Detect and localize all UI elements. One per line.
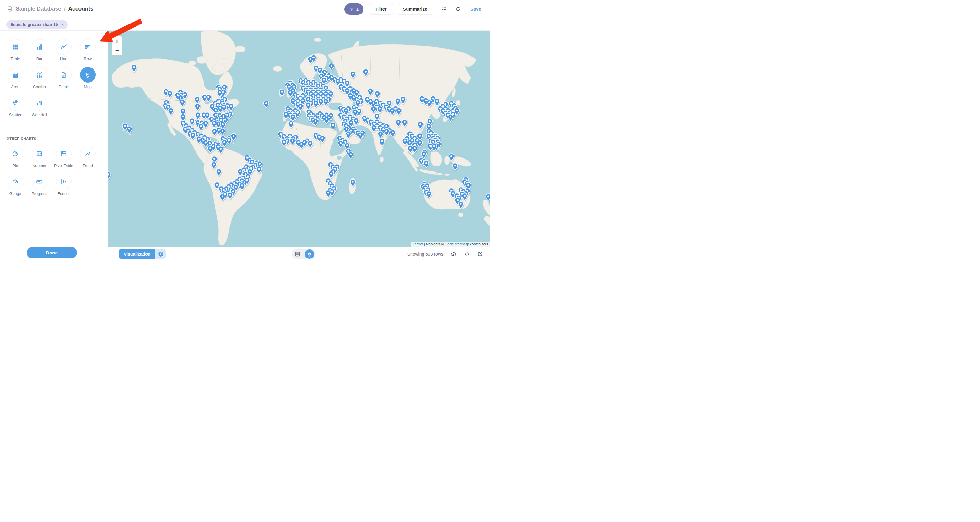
map-pin[interactable]	[363, 69, 369, 76]
save-button[interactable]: Save	[470, 6, 481, 12]
map-pin[interactable]	[229, 103, 234, 110]
map-pin[interactable]	[216, 169, 222, 176]
map-pin[interactable]	[338, 140, 344, 148]
map-pin[interactable]	[417, 140, 423, 147]
visualization-button[interactable]: Visualization	[119, 249, 166, 259]
table-view-toggle[interactable]	[292, 251, 304, 257]
remove-filter-icon[interactable]: ×	[62, 22, 64, 27]
map-pin[interactable]	[377, 106, 383, 113]
chart-type-table[interactable]: Table	[3, 39, 27, 67]
zoom-in-button[interactable]: +	[112, 37, 122, 46]
map-pin[interactable]	[371, 106, 376, 113]
summarize-button[interactable]: Summarize	[397, 3, 433, 15]
map-pin[interactable]	[371, 125, 377, 132]
chart-type-map[interactable]: Map	[76, 67, 100, 95]
map-pin[interactable]	[427, 99, 432, 107]
filter-button[interactable]: Filter	[369, 3, 393, 15]
map-pin[interactable]	[288, 90, 293, 97]
map-pin[interactable]	[346, 131, 351, 138]
map-pin[interactable]	[195, 112, 200, 119]
map-pin[interactable]	[256, 166, 262, 173]
map-pin[interactable]	[167, 91, 173, 98]
map-pin[interactable]	[195, 96, 200, 104]
map-pin[interactable]	[195, 103, 200, 110]
visualization-settings-button[interactable]	[155, 249, 166, 259]
map-pin[interactable]	[212, 128, 217, 136]
map-pin[interactable]	[211, 162, 216, 169]
chart-type-pie[interactable]: Pie	[3, 146, 27, 174]
chart-type-waterfall[interactable]: Waterfall	[27, 95, 51, 123]
map-pin[interactable]	[308, 56, 313, 64]
map-pin[interactable]	[486, 194, 490, 201]
notebook-icon[interactable]	[442, 6, 447, 12]
map-pin[interactable]	[434, 98, 440, 105]
map-pin[interactable]	[368, 88, 373, 96]
map-pin[interactable]	[395, 98, 401, 105]
map-pin[interactable]	[290, 138, 295, 145]
map-pin[interactable]	[396, 108, 401, 115]
map-pin[interactable]	[206, 94, 211, 102]
filter-chip[interactable]: Seats is greater than 10 ×	[6, 21, 68, 29]
external-link-icon[interactable]	[477, 251, 483, 257]
chart-type-area[interactable]: Area	[3, 67, 27, 95]
map-pin[interactable]	[189, 118, 195, 125]
map-pin[interactable]	[412, 145, 417, 153]
chart-type-detail[interactable]: Detail	[51, 67, 76, 95]
bell-icon[interactable]	[464, 251, 470, 257]
visualization-button-label[interactable]: Visualization	[119, 249, 155, 259]
map-pin[interactable]	[323, 98, 329, 105]
map-pin[interactable]	[238, 169, 243, 176]
map-visualization[interactable]: + − Leaflet | Map data © OpenStreetMap c…	[108, 31, 490, 247]
map-pin[interactable]	[354, 118, 359, 125]
map-pin[interactable]	[458, 201, 464, 209]
map-pin[interactable]	[220, 121, 226, 129]
leaflet-link[interactable]: Leaflet	[413, 242, 423, 246]
map-pin[interactable]	[288, 121, 294, 128]
map-pin[interactable]	[348, 152, 353, 159]
map-pin[interactable]	[190, 132, 196, 139]
map-pin[interactable]	[264, 101, 269, 108]
map-pin[interactable]	[350, 179, 356, 187]
map-pin[interactable]	[329, 171, 334, 178]
map-pin[interactable]	[228, 192, 233, 200]
map-pin[interactable]	[279, 89, 285, 96]
map-pin[interactable]	[208, 145, 213, 153]
map-pin[interactable]	[378, 131, 383, 138]
map-pin[interactable]	[220, 128, 225, 136]
map-pin[interactable]	[324, 117, 329, 124]
chart-type-pivot[interactable]: Pivot Table	[51, 146, 76, 174]
breadcrumb-table[interactable]: Accounts	[68, 6, 93, 12]
breadcrumb-database[interactable]: Sample Database	[16, 6, 61, 12]
chart-type-bar[interactable]: Bar	[27, 39, 51, 67]
done-button[interactable]: Done	[27, 247, 77, 259]
map-pin[interactable]	[384, 128, 389, 136]
map-pin[interactable]	[462, 193, 468, 200]
map-pin[interactable]	[358, 132, 363, 139]
map-pin[interactable]	[313, 118, 318, 126]
map-pin[interactable]	[313, 100, 318, 107]
map-pin[interactable]	[222, 139, 227, 147]
chart-type-line[interactable]: Line	[51, 39, 76, 67]
map-pin[interactable]	[426, 191, 432, 198]
map-pin[interactable]	[326, 190, 331, 197]
zoom-out-button[interactable]: −	[112, 46, 122, 55]
chart-type-row[interactable]: Row	[76, 39, 100, 67]
map-pin[interactable]	[402, 119, 407, 126]
download-icon[interactable]	[450, 251, 457, 257]
map-pin[interactable]	[449, 153, 454, 161]
chart-type-funnel[interactable]: Funnel	[51, 174, 76, 202]
map-pin[interactable]	[375, 91, 380, 98]
chart-type-trend[interactable]: Trend	[76, 146, 100, 174]
map-pin[interactable]	[402, 138, 408, 145]
chart-type-combo[interactable]: Combo	[27, 67, 51, 95]
map-pin[interactable]	[424, 161, 429, 168]
map-pin[interactable]	[132, 65, 137, 72]
map-pin[interactable]	[353, 109, 358, 116]
map-pin[interactable]	[198, 123, 204, 131]
map-pin[interactable]	[350, 71, 356, 78]
refresh-icon[interactable]	[455, 6, 461, 12]
map-pin[interactable]	[320, 136, 325, 143]
map-pin[interactable]	[282, 139, 287, 146]
map-pin[interactable]	[380, 139, 385, 146]
map-pin[interactable]	[180, 114, 186, 121]
